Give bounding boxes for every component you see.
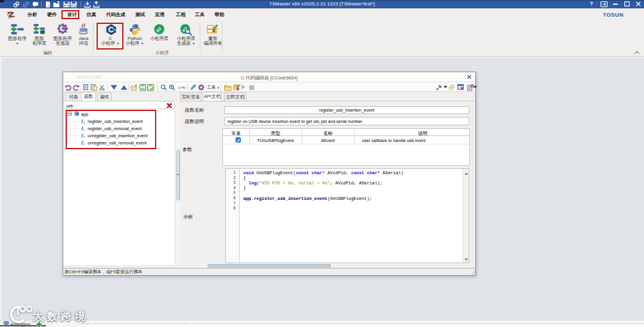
svg-text:a: a <box>178 85 181 90</box>
svg-text:64: 64 <box>8 16 12 18</box>
svg-text:b: b <box>183 85 185 90</box>
